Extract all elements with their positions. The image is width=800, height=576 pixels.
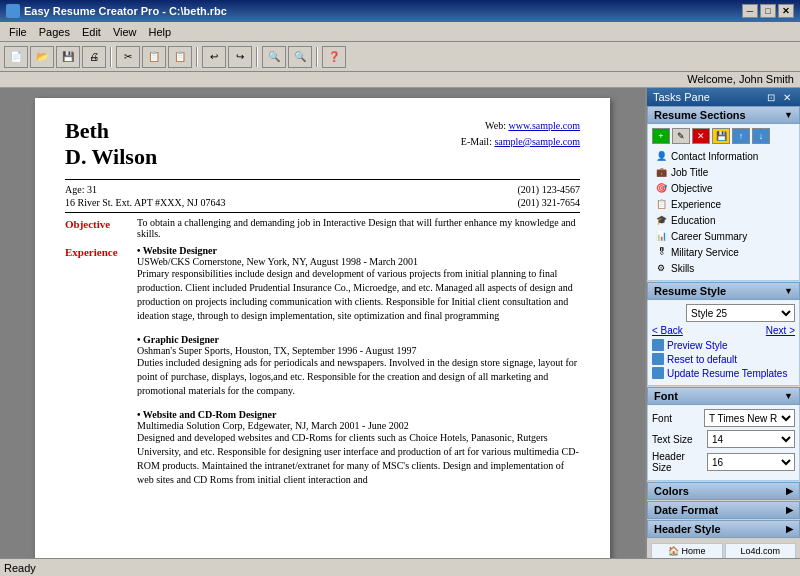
maximize-button[interactable]: □ (760, 4, 776, 18)
window-title: Easy Resume Creator Pro - C:\beth.rbc (24, 5, 227, 17)
close-button[interactable]: ✕ (778, 4, 794, 18)
toolbar-paste[interactable]: 📋 (168, 46, 192, 68)
update-templates-link[interactable]: Update Resume Templates (652, 367, 795, 379)
app-icon (6, 4, 20, 18)
delete-section-btn[interactable]: ✕ (692, 128, 710, 144)
experience-label: Experience (65, 245, 137, 487)
toolbar-redo[interactable]: ↪ (228, 46, 252, 68)
add-section-btn[interactable]: + (652, 128, 670, 144)
section-item-jobtitle[interactable]: 💼 Job Title (652, 164, 795, 180)
tasks-close-button[interactable]: ✕ (780, 90, 794, 104)
window-controls: ─ □ ✕ (742, 4, 794, 18)
edit-section-btn[interactable]: ✎ (672, 128, 690, 144)
colors-panel-title[interactable]: Colors ▶ (647, 482, 800, 500)
header-divider (65, 179, 580, 180)
toolbar-print[interactable]: 🖨 (82, 46, 106, 68)
phone2: (201) 321-7654 (518, 197, 581, 208)
reset-icon (652, 353, 664, 365)
toolbar-help[interactable]: ❓ (322, 46, 346, 68)
section-item-objective[interactable]: 🎯 Objective (652, 180, 795, 196)
date-format-arrow: ▶ (786, 505, 793, 515)
tasks-pane-footer: 🏠 Home Lo4d.com (647, 539, 800, 558)
separator-4 (316, 47, 318, 67)
resume-contact: Web: www.sample.com E-Mail: sample@sampl… (461, 118, 580, 150)
section-item-education[interactable]: 🎓 Education (652, 212, 795, 228)
font-panel-title[interactable]: Font ▼ (647, 387, 800, 405)
reset-link[interactable]: Reset to default (652, 353, 795, 365)
resume-page: Beth D. Wilson Web: www.sample.com E-Mai… (35, 98, 610, 558)
welcome-text: Welcome, John Smith (687, 73, 794, 85)
contact-icon: 👤 (654, 149, 668, 163)
minimize-button[interactable]: ─ (742, 4, 758, 18)
toolbar-cut[interactable]: ✂ (116, 46, 140, 68)
toolbar-open[interactable]: 📂 (30, 46, 54, 68)
job-desc-2: Duties included designing ads for period… (137, 356, 580, 398)
section-item-contact[interactable]: 👤 Contact Information (652, 148, 795, 164)
next-button[interactable]: Next > (766, 325, 795, 336)
resume-sections-panel: Resume Sections ▼ + ✎ ✕ 💾 ↑ ↓ 👤 Contact … (647, 106, 800, 281)
tasks-header-buttons: ⊡ ✕ (764, 90, 794, 104)
web-url[interactable]: www.sample.com (508, 120, 580, 131)
resume-sections-title[interactable]: Resume Sections ▼ (647, 106, 800, 124)
section-item-career[interactable]: 📊 Career Summary (652, 228, 795, 244)
toolbar-copy[interactable]: 📋 (142, 46, 166, 68)
section-item-military[interactable]: 🎖 Military Service (652, 244, 795, 260)
header-style-title[interactable]: Header Style ▶ (647, 520, 800, 538)
load4d-link[interactable]: Lo4d.com (725, 543, 797, 558)
address-line-2: 16 River St. Ext. APT #XXX, NJ 07643 (20… (65, 197, 580, 208)
header-size-select[interactable]: 16 (707, 453, 795, 471)
date-format-title[interactable]: Date Format ▶ (647, 501, 800, 519)
menu-view[interactable]: View (108, 25, 142, 39)
font-select[interactable]: T Times New R (704, 409, 795, 427)
toolbar-undo[interactable]: ↩ (202, 46, 226, 68)
toolbar-new[interactable]: 📄 (4, 46, 28, 68)
menu-file[interactable]: File (4, 25, 32, 39)
resume-style-arrow: ▼ (784, 286, 793, 296)
web-label: Web: (485, 120, 506, 131)
menu-pages[interactable]: Pages (34, 25, 75, 39)
update-icon (652, 367, 664, 379)
separator-3 (256, 47, 258, 67)
tasks-pane-header: Tasks Pane ⊡ ✕ (647, 88, 800, 106)
section-item-skills[interactable]: ⚙ Skills (652, 260, 795, 276)
colors-panel: Colors ▶ (647, 482, 800, 500)
resume-style-title[interactable]: Resume Style ▼ (647, 282, 800, 300)
menu-edit[interactable]: Edit (77, 25, 106, 39)
header-style-arrow: ▶ (786, 524, 793, 534)
save-section-btn[interactable]: 💾 (712, 128, 730, 144)
menu-help[interactable]: Help (144, 25, 177, 39)
style-select[interactable]: Style 25 (686, 304, 795, 322)
menu-bar: File Pages Edit View Help (0, 22, 800, 42)
military-icon: 🎖 (654, 245, 668, 259)
resume-sections-content: + ✎ ✕ 💾 ↑ ↓ 👤 Contact Information 💼 Job … (647, 124, 800, 281)
date-format-panel: Date Format ▶ (647, 501, 800, 519)
address-text: 16 River St. Ext. APT #XXX, NJ 07643 (65, 197, 225, 208)
back-button[interactable]: < Back (652, 325, 683, 336)
job-company-2: Oshman's Super Sports, Houston, TX, Sept… (137, 345, 580, 356)
home-link[interactable]: 🏠 Home (651, 543, 723, 558)
toolbar-save[interactable]: 💾 (56, 46, 80, 68)
job-desc-3: Designed and developed websites and CD-R… (137, 431, 580, 487)
title-bar: Easy Resume Creator Pro - C:\beth.rbc ─ … (0, 0, 800, 22)
font-panel: Font ▼ Font T Times New R Text Size 14 (647, 387, 800, 481)
text-size-label: Text Size (652, 434, 704, 445)
tasks-float-button[interactable]: ⊡ (764, 90, 778, 104)
resume-sections-arrow: ▼ (784, 110, 793, 120)
career-icon: 📊 (654, 229, 668, 243)
text-size-select[interactable]: 14 (707, 430, 795, 448)
down-section-btn[interactable]: ↓ (752, 128, 770, 144)
resume-header: Beth D. Wilson Web: www.sample.com E-Mai… (65, 118, 580, 171)
up-section-btn[interactable]: ↑ (732, 128, 750, 144)
job-title-1: Website Designer (137, 245, 580, 256)
preview-style-link[interactable]: Preview Style (652, 339, 795, 351)
style-nav: < Back Next > (652, 325, 795, 336)
objective-content: To obtain a challenging and demanding jo… (137, 217, 580, 239)
objective-section: Objective To obtain a challenging and de… (65, 217, 580, 239)
section-item-experience[interactable]: 📋 Experience (652, 196, 795, 212)
toolbar-zoom-out[interactable]: 🔍 (288, 46, 312, 68)
job-desc-1: Primary responsibilities include design … (137, 267, 580, 323)
email-url[interactable]: sample@sample.com (494, 136, 580, 147)
toolbar-zoom-in[interactable]: 🔍 (262, 46, 286, 68)
education-icon: 🎓 (654, 213, 668, 227)
font-content: Font T Times New R Text Size 14 Header S… (647, 405, 800, 481)
